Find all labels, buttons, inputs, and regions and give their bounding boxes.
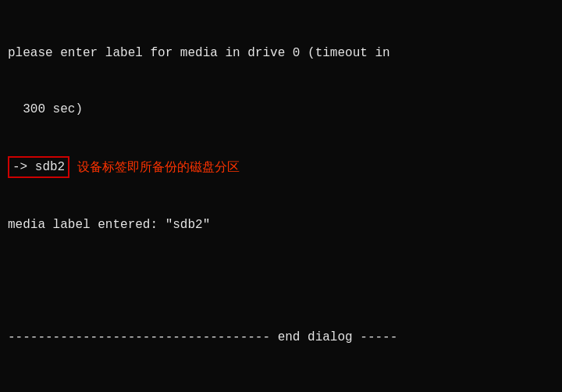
prompt-row: -> sdb2 设备标签即所备份的磁盘分区 [8, 156, 554, 178]
input-box: -> sdb2 [8, 156, 69, 178]
separator-2: ------------------------------ [8, 384, 554, 392]
separator-1: ----------------------------------- end … [8, 328, 554, 347]
annotation: 设备标签即所备份的磁盘分区 [77, 158, 240, 176]
empty-1 [8, 272, 554, 290]
terminal-output: please enter label for media in drive 0 … [8, 6, 554, 392]
line-1: please enter label for media in drive 0 … [8, 44, 554, 62]
line-3: media label entered: "sdb2" [8, 216, 554, 234]
line-2: 300 sec) [8, 100, 554, 119]
